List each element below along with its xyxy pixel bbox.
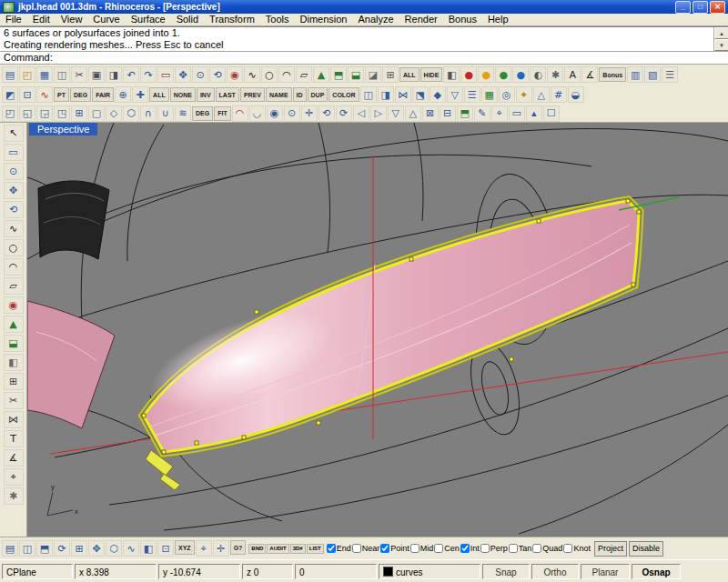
new-file-icon[interactable]: ▤ (2, 66, 18, 83)
half-shade-icon[interactable]: ◒ (568, 86, 584, 103)
osnap-perp-checkbox[interactable] (480, 544, 490, 553)
menu-analyze[interactable]: Analyze (352, 14, 399, 25)
trim-tool-icon[interactable]: ✂ (4, 392, 24, 409)
osnap-quad-checkbox[interactable] (532, 544, 541, 553)
wireframe-icon[interactable]: ⊡ (19, 86, 35, 103)
flip-right-icon[interactable]: ▷ (370, 105, 387, 122)
surface-tool-icon[interactable]: ▲ (4, 316, 24, 333)
rotate-right-icon[interactable]: ⟳ (336, 105, 352, 122)
osnap-cen-checkbox[interactable] (434, 544, 443, 553)
circle-icon[interactable]: ○ (261, 66, 278, 83)
origin-icon[interactable]: ⌖ (491, 105, 508, 122)
arc-tool-icon[interactable]: ◠ (4, 258, 24, 276)
render-red-icon[interactable]: ● (460, 66, 477, 83)
properties-icon[interactable]: ▥ (627, 66, 643, 83)
scroll-up-icon[interactable]: ▲ (714, 27, 728, 39)
polyline-icon[interactable]: ▱ (296, 66, 312, 83)
join-icon[interactable]: ⋈ (395, 86, 411, 103)
osnap-mid-checkbox[interactable] (410, 544, 420, 553)
pan-tool-icon[interactable]: ✥ (4, 182, 24, 199)
layers-icon[interactable]: ◧ (443, 66, 460, 83)
menu-file[interactable]: File (0, 14, 27, 25)
status-osnap[interactable]: Osnap (632, 564, 681, 579)
osnap-tan[interactable]: Tan (509, 544, 532, 553)
osnap-knot[interactable]: Knot (563, 544, 591, 553)
menu-dimension[interactable]: Dimension (295, 14, 353, 25)
osnap-knot-checkbox[interactable] (563, 544, 572, 553)
rect-tool-icon[interactable]: ▭ (509, 105, 525, 122)
deg-button[interactable]: DEG (70, 87, 91, 102)
bt-8-icon[interactable]: ∿ (123, 540, 139, 557)
bt-7-icon[interactable]: ⬡ (106, 540, 122, 557)
cplane-tool-icon[interactable]: ⌖ (4, 468, 24, 486)
point-tool-icon[interactable]: ◉ (4, 296, 24, 314)
sel-prev-button[interactable]: PREV (240, 87, 265, 102)
loft-icon[interactable]: ⬒ (330, 66, 347, 83)
polygon-icon[interactable]: ⬡ (123, 105, 139, 122)
bt-9-icon[interactable]: ◧ (140, 540, 157, 557)
layer-list-icon[interactable]: ☰ (464, 86, 480, 103)
sweep-icon[interactable]: ◪ (365, 66, 381, 83)
menu-transform[interactable]: Transform (204, 14, 260, 25)
bt-11-icon[interactable]: ⌖ (196, 540, 212, 557)
menu-surface[interactable]: Surface (126, 14, 171, 25)
pt-button[interactable]: PT (54, 87, 69, 102)
flow-icon[interactable]: ≋ (175, 105, 191, 122)
collapse-box-icon[interactable]: ⊟ (440, 105, 456, 122)
zoom-tool-icon[interactable]: ⊙ (4, 163, 24, 180)
render-blue-icon[interactable]: ● (512, 66, 529, 83)
shade-mode-icon[interactable]: ◩ (2, 86, 18, 103)
save-icon[interactable]: ▦ (36, 66, 53, 83)
mini-list-button[interactable]: LIST (307, 544, 324, 554)
crosshair-icon[interactable]: ✛ (301, 105, 318, 122)
arc-icon[interactable]: ◠ (278, 66, 295, 83)
hatch-icon[interactable]: # (551, 86, 567, 103)
bt-10-icon[interactable]: ⊡ (157, 540, 174, 557)
chamfer-icon[interactable]: ◆ (430, 86, 446, 103)
menu-solid[interactable]: Solid (171, 14, 204, 25)
sel-all-button[interactable]: ALL (149, 87, 169, 102)
bt-12-icon[interactable]: ✛ (213, 540, 229, 557)
osnap-perp[interactable]: Perp (480, 544, 508, 553)
fillet-icon[interactable]: ⬔ (412, 86, 429, 103)
osnap-end-checkbox[interactable] (327, 544, 336, 553)
status-ortho[interactable]: Ortho (531, 564, 579, 579)
rect-curve-icon[interactable]: ▱ (4, 277, 24, 295)
mini-audit-button[interactable]: AUDIT (267, 544, 288, 554)
pointer-icon[interactable]: ↖ (4, 125, 24, 142)
osnap-cen[interactable]: Cen (434, 544, 460, 553)
xyz-button[interactable]: XYZ (175, 540, 195, 555)
viewport-2-icon[interactable]: ◱ (19, 105, 35, 122)
delete-icon[interactable]: ▭ (157, 66, 174, 83)
shade-icon[interactable]: ◐ (530, 66, 546, 83)
curve-icon[interactable]: ∿ (244, 66, 260, 83)
tri-small-icon[interactable]: ▴ (526, 105, 542, 122)
redo-icon[interactable]: ↷ (140, 66, 157, 83)
delete-box-icon[interactable]: ⊠ (422, 105, 439, 122)
sel-inv-button[interactable]: INV (197, 87, 215, 102)
bounding-box-icon[interactable]: ▢ (88, 105, 105, 122)
menu-curve[interactable]: Curve (87, 14, 125, 25)
circle-center-icon[interactable]: ◎ (499, 86, 515, 103)
status-planar[interactable]: Planar (581, 564, 630, 579)
point-icon[interactable]: ◉ (227, 66, 243, 83)
intersect-icon[interactable]: ∩ (140, 105, 157, 122)
deg-2-button[interactable]: DEG (192, 106, 213, 121)
circle-tool-icon[interactable]: ○ (4, 239, 24, 256)
center-point-icon[interactable]: ⊙ (284, 105, 300, 122)
copy-icon[interactable]: ▣ (88, 66, 105, 83)
menu-view[interactable]: View (56, 14, 88, 25)
arc-2-icon[interactable]: ◡ (249, 105, 266, 122)
disable-button[interactable]: Disable (629, 541, 663, 557)
trim-icon[interactable]: ◨ (378, 86, 394, 103)
render-orange-icon[interactable]: ● (478, 66, 494, 83)
viewport-title[interactable]: Perspective (29, 123, 97, 135)
command-history[interactable]: 6 surfaces or polysurfaces joined into 1… (0, 26, 728, 52)
diamond-icon[interactable]: ◇ (106, 105, 122, 122)
osnap-int-checkbox[interactable] (460, 544, 470, 553)
osnap-point[interactable]: Point (380, 544, 410, 553)
curve-edit-icon[interactable]: ∿ (36, 86, 53, 103)
bt-3-icon[interactable]: ⬒ (36, 540, 53, 557)
extrude-tool-icon[interactable]: ⬓ (4, 335, 24, 352)
zoom-icon[interactable]: ⊙ (192, 66, 208, 83)
